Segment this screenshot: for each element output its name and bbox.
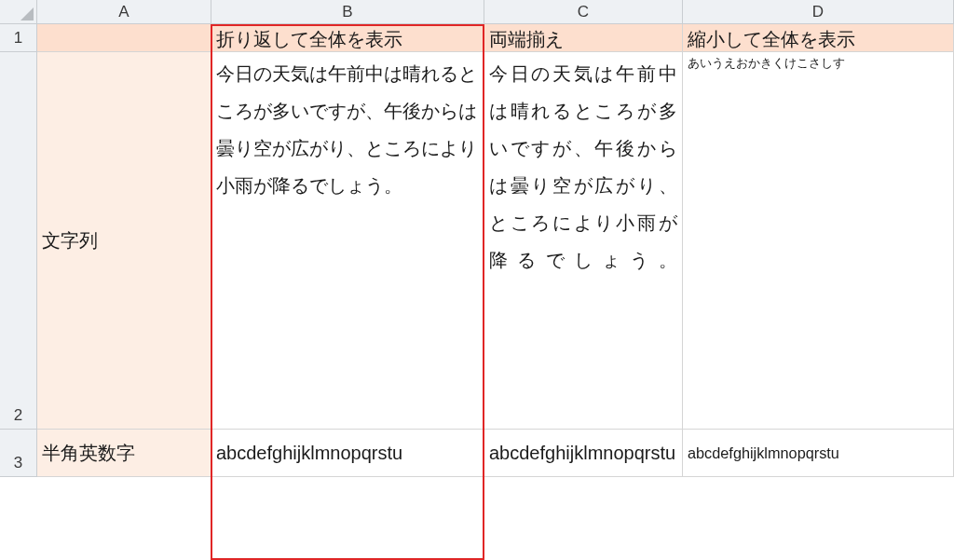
cell-D2[interactable]: あいうえおかきくけこさしす [683, 52, 954, 430]
row-header-2[interactable]: 2 [0, 52, 37, 430]
col-header-B[interactable]: B [211, 0, 484, 24]
select-all-corner[interactable] [0, 0, 37, 24]
cell-A1[interactable] [37, 24, 211, 52]
col-header-C[interactable]: C [484, 0, 683, 24]
cell-C3[interactable]: abcdefghijklmnopqrstu [484, 430, 683, 477]
row-header-1[interactable]: 1 [0, 24, 37, 52]
cell-B2[interactable]: 今日の天気は午前中は晴れるところが多いですが、午後からは曇り空が広がり、ところに… [211, 52, 484, 430]
spreadsheet-viewport: A B C D 1 折り返して全体を表示 両端揃え 縮小して全体を表示 2 文字… [0, 0, 954, 560]
cell-B3[interactable]: abcdefghijklmnopqrstu [211, 430, 484, 477]
row-header-3[interactable]: 3 [0, 430, 37, 477]
col-header-A[interactable]: A [37, 0, 211, 24]
cell-A2[interactable]: 文字列 [37, 52, 211, 430]
cell-D1[interactable]: 縮小して全体を表示 [683, 24, 954, 52]
cell-C2[interactable]: 今日の天気は午前中は晴れるところが多いですが、午後からは曇り空が広がり、ところに… [484, 52, 683, 430]
cell-B1[interactable]: 折り返して全体を表示 [211, 24, 484, 52]
cell-D3[interactable]: abcdefghijklmnopqrstu [683, 430, 954, 477]
col-header-D[interactable]: D [683, 0, 954, 24]
spreadsheet-grid: A B C D 1 折り返して全体を表示 両端揃え 縮小して全体を表示 2 文字… [0, 0, 954, 477]
cell-C1[interactable]: 両端揃え [484, 24, 683, 52]
cell-A3[interactable]: 半角英数字 [37, 430, 211, 477]
